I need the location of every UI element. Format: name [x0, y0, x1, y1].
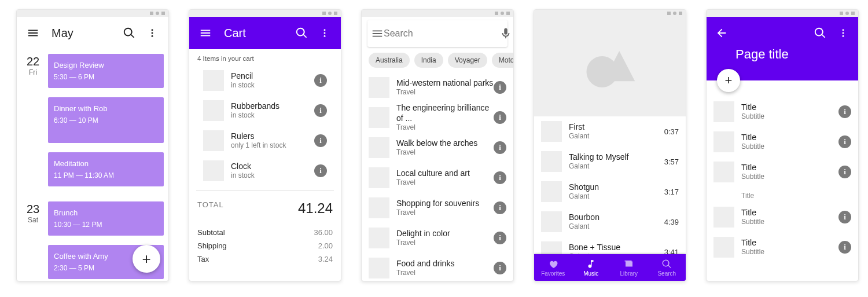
calendar-event[interactable]: Design Review 5:30 — 6 PM — [48, 54, 164, 88]
mic-icon[interactable] — [499, 22, 512, 45]
window-chrome — [189, 10, 341, 17]
info-icon[interactable] — [494, 201, 506, 214]
nav-music[interactable]: Music — [572, 254, 610, 281]
list-item[interactable]: TitleSubtitle — [707, 157, 858, 187]
info-icon[interactable] — [314, 104, 327, 117]
info-icon[interactable] — [838, 211, 851, 223]
library-icon — [624, 259, 634, 269]
list-item[interactable]: TitleSubtitle — [707, 97, 858, 127]
note-icon — [586, 259, 596, 269]
screen-cart: Cart 4 Items in your cart Pencilin stock… — [189, 9, 341, 281]
track-row[interactable]: Talking to MyselfGalant3:57 — [534, 146, 686, 177]
result-thumb — [369, 77, 389, 98]
screen-search: Australia India Voyager Motor Home Mid-w… — [361, 9, 514, 281]
day-number: 22 — [21, 55, 45, 68]
svg-point-4 — [324, 32, 326, 34]
info-icon[interactable] — [494, 81, 506, 94]
add-fab[interactable]: + — [717, 69, 740, 92]
search-input[interactable] — [384, 28, 499, 39]
info-icon[interactable] — [314, 164, 327, 177]
track-row[interactable]: ShotgunGalant3:17 — [534, 177, 686, 207]
nav-search[interactable]: Search — [648, 254, 686, 281]
track-list: FirstGalant0:37 Talking to MyselfGalant3… — [534, 116, 686, 254]
calendar-event[interactable]: Dinner with Rob 6:30 — 10 PM — [48, 97, 164, 143]
track-duration: 3:57 — [658, 157, 679, 166]
calendar-day: 22 Fri Design Review 5:30 — 6 PM Dinner … — [21, 49, 164, 191]
calendar-event[interactable]: Brunch 10:30 — 12 PM — [48, 201, 164, 236]
list-item[interactable]: TitleSubtitle — [707, 127, 858, 157]
nav-favorites[interactable]: Favorites — [534, 254, 572, 281]
svg-point-9 — [843, 32, 844, 34]
search-result[interactable]: Food and drinksTravel — [362, 253, 513, 281]
filter-chip[interactable]: Voyager — [448, 53, 487, 68]
search-result[interactable]: Walk below the archesTravel — [362, 133, 513, 163]
heart-icon — [548, 259, 558, 269]
filter-chip[interactable]: India — [414, 53, 443, 68]
search-result[interactable]: Shopping for souvenirsTravel — [362, 193, 513, 223]
back-icon[interactable] — [710, 21, 733, 45]
calendar-event[interactable]: Meditation 11 PM — 11:30 AM — [48, 152, 164, 186]
item-thumb — [203, 130, 224, 151]
info-icon[interactable] — [494, 111, 506, 124]
info-icon[interactable] — [838, 105, 851, 118]
list-item[interactable]: TitleSubtitle — [707, 232, 858, 262]
cart-item[interactable]: Pencilin stock — [196, 65, 334, 96]
info-icon[interactable] — [314, 74, 327, 87]
nav-library[interactable]: Library — [610, 254, 648, 281]
app-bar: Cart — [189, 17, 341, 49]
info-icon[interactable] — [494, 232, 506, 244]
svg-point-5 — [324, 35, 326, 37]
track-duration: 3:17 — [658, 188, 679, 196]
search-icon[interactable] — [808, 21, 832, 45]
totals-subtotal: Subtotal 36.00 — [196, 226, 334, 239]
info-icon[interactable] — [838, 135, 851, 148]
day-number: 23 — [21, 203, 45, 216]
filter-chip[interactable]: Australia — [369, 53, 410, 68]
menu-icon[interactable] — [371, 22, 384, 45]
result-thumb — [369, 197, 389, 218]
track-duration: 0:37 — [658, 127, 679, 136]
date-col: 22 Fri — [21, 49, 45, 191]
bottom-nav: Favorites Music Library Search — [534, 254, 686, 281]
cart-title: Cart — [224, 27, 290, 40]
info-icon[interactable] — [494, 171, 506, 184]
info-icon[interactable] — [494, 262, 506, 274]
totals-total: TOTAL 41.24 — [196, 198, 334, 219]
track-row[interactable]: Bone + TissueGalant3:41 — [534, 237, 686, 254]
cart-item[interactable]: Rulersonly 1 left in stock — [196, 126, 334, 156]
screen-calendar: May 22 Fri Design Review 5:30 — 6 PM — [16, 9, 169, 281]
search-result[interactable]: The engineering brilliance of ...Travel — [362, 102, 513, 133]
item-thumb — [203, 160, 224, 181]
cart-hint: 4 Items in your cart — [196, 49, 334, 65]
cart-item[interactable]: Clockin stock — [196, 156, 334, 186]
item-thumb — [203, 100, 224, 121]
divider — [196, 190, 334, 191]
info-icon[interactable] — [838, 166, 851, 178]
search-icon[interactable] — [290, 21, 313, 45]
list-item[interactable]: TitleSubtitle — [707, 202, 858, 232]
more-icon[interactable] — [832, 21, 855, 45]
menu-icon[interactable] — [194, 21, 217, 45]
cart-item[interactable]: Rubberbandsin stock — [196, 96, 334, 126]
add-event-fab[interactable]: + — [133, 245, 160, 273]
item-thumb — [713, 237, 734, 258]
search-bar[interactable] — [367, 20, 507, 47]
search-icon — [661, 259, 672, 269]
window-chrome — [362, 10, 513, 17]
more-icon[interactable] — [313, 21, 336, 45]
info-icon[interactable] — [494, 141, 506, 154]
search-result[interactable]: Local culture and artTravel — [362, 163, 513, 193]
filter-chip[interactable]: Motor Home — [492, 53, 513, 68]
screen-music: FirstGalant0:37 Talking to MyselfGalant3… — [534, 9, 686, 281]
search-result[interactable]: Delight in colorTravel — [362, 223, 513, 253]
menu-icon[interactable] — [21, 21, 45, 45]
search-icon[interactable] — [117, 21, 141, 45]
svg-point-8 — [843, 29, 844, 31]
search-result[interactable]: Mid-western national parksTravel — [362, 72, 513, 102]
totals-tax: Tax 3.24 — [196, 252, 334, 266]
info-icon[interactable] — [838, 241, 851, 254]
track-row[interactable]: BourbonGalant4:39 — [534, 207, 686, 237]
more-icon[interactable] — [141, 21, 164, 45]
track-row[interactable]: FirstGalant0:37 — [534, 116, 686, 146]
info-icon[interactable] — [314, 134, 327, 147]
